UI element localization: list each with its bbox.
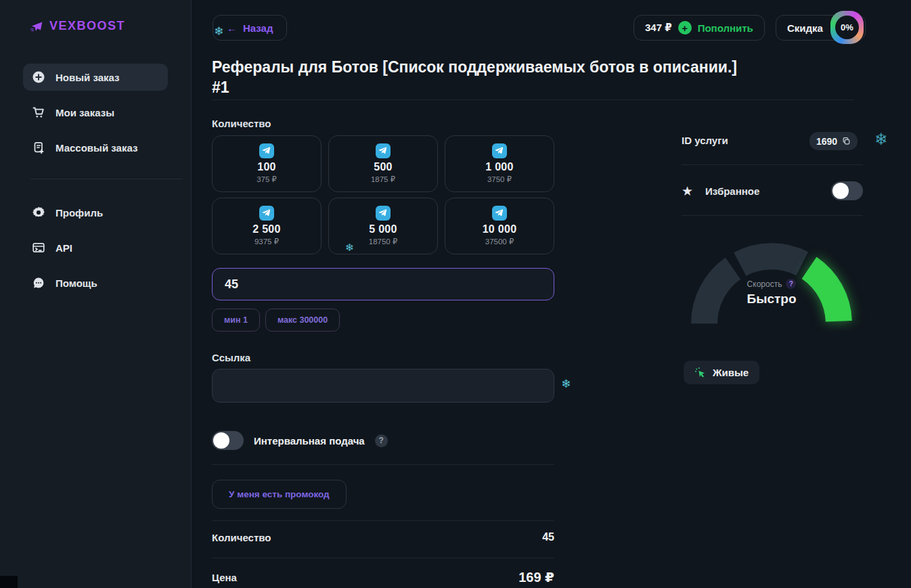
panel-divider bbox=[682, 215, 863, 216]
sidebar-item-label: Помощь bbox=[55, 277, 97, 289]
sidebar-item-help[interactable]: Помощь bbox=[23, 269, 168, 296]
link-section-label: Ссылка bbox=[212, 352, 250, 363]
favorite-label: Избранное bbox=[705, 185, 759, 197]
package-price: 3750 ₽ bbox=[487, 175, 512, 184]
snowflake-icon: ❄ bbox=[214, 26, 223, 37]
quantity-input-wrap bbox=[212, 268, 554, 300]
paper-plane-logo-icon bbox=[30, 20, 43, 33]
snowflake-icon: ❄ bbox=[561, 378, 571, 390]
summary-price-value: 169 ₽ bbox=[518, 569, 554, 585]
sidebar-divider bbox=[30, 179, 183, 179]
back-button[interactable]: ← Назад bbox=[213, 15, 287, 41]
package-price: 1875 ₽ bbox=[371, 175, 395, 184]
sidebar-item-label: Мои заказы bbox=[55, 107, 114, 118]
promo-code-button[interactable]: У меня есть промокод bbox=[212, 480, 347, 509]
service-id-pill[interactable]: 1690 bbox=[809, 132, 858, 150]
live-quality-badge: Живые bbox=[684, 361, 759, 384]
summary-quantity-label: Количество bbox=[212, 532, 271, 543]
sidebar-item-new-order[interactable]: Новый заказ bbox=[23, 64, 168, 91]
summary-quantity-value: 45 bbox=[542, 531, 554, 543]
cart-icon bbox=[32, 106, 45, 119]
sidebar-item-my-orders[interactable]: Мои заказы bbox=[23, 99, 168, 126]
star-icon: ★ bbox=[682, 185, 693, 198]
package-card-100[interactable]: 100 375 ₽ bbox=[212, 135, 321, 192]
speed-label: Скорость bbox=[747, 279, 782, 289]
sidebar-item-api[interactable]: API bbox=[23, 234, 168, 261]
speed-value: Быстро bbox=[704, 292, 839, 307]
copy-icon[interactable] bbox=[842, 137, 851, 145]
speed-readout: Скорость ? Быстро bbox=[704, 279, 839, 307]
interval-help-icon[interactable]: ? bbox=[375, 434, 388, 447]
sidebar-item-label: Массовый заказ bbox=[55, 142, 137, 154]
speed-help-icon[interactable]: ? bbox=[786, 279, 796, 289]
section-divider bbox=[212, 464, 554, 465]
topup-plus-icon: + bbox=[678, 21, 692, 35]
link-input[interactable] bbox=[213, 369, 554, 402]
gear-icon bbox=[32, 206, 45, 219]
telegram-icon bbox=[492, 143, 507, 158]
balance-amount: 347 ₽ bbox=[645, 22, 672, 34]
balance-topup-button[interactable]: 347 ₽ + Пополнить bbox=[634, 15, 765, 41]
telegram-icon bbox=[376, 206, 391, 221]
section-divider bbox=[212, 520, 554, 521]
limits-row: мин 1 макс 300000 bbox=[212, 309, 340, 332]
brand-name: VEXBOOST bbox=[49, 19, 125, 33]
package-qty: 100 bbox=[257, 161, 276, 173]
snowflake-icon: ❄ bbox=[345, 242, 354, 252]
link-input-wrap bbox=[212, 369, 554, 403]
quantity-section-label: Количество bbox=[212, 118, 271, 129]
summary-price-label: Цена bbox=[212, 572, 237, 583]
service-id-value: 1690 bbox=[816, 136, 837, 147]
toggle-knob bbox=[213, 432, 229, 449]
toggle-knob bbox=[832, 183, 849, 199]
panel-divider bbox=[682, 164, 863, 165]
package-price: 375 ₽ bbox=[257, 175, 277, 184]
bulk-order-icon bbox=[32, 141, 45, 154]
min-badge: мин 1 bbox=[212, 309, 260, 332]
corner-widget-fragment bbox=[0, 576, 18, 588]
package-card-2500[interactable]: 2 500 9375 ₽ bbox=[212, 198, 321, 254]
interval-label: Интервальная подача bbox=[254, 435, 365, 447]
plus-circle-icon bbox=[32, 70, 45, 84]
sidebar-item-label: Профиль bbox=[55, 207, 103, 219]
sidebar-item-bulk-order[interactable]: Массовый заказ bbox=[23, 134, 168, 161]
back-arrow-icon: ← bbox=[227, 22, 237, 34]
cursor-click-icon bbox=[694, 367, 707, 379]
package-card-500[interactable]: 500 1875 ₽ bbox=[328, 135, 438, 192]
sidebar-item-label: Новый заказ bbox=[55, 72, 120, 83]
topup-label: Пополнить bbox=[698, 22, 753, 34]
snowflake-icon: ❄ bbox=[874, 131, 888, 148]
package-qty: 500 bbox=[374, 161, 393, 173]
interval-toggle[interactable] bbox=[212, 431, 244, 450]
page-title: Рефералы для Ботов [Список поддерживаемы… bbox=[212, 57, 862, 97]
sidebar-item-profile[interactable]: Профиль bbox=[23, 199, 168, 226]
chat-bubble-icon bbox=[32, 276, 45, 290]
telegram-icon bbox=[259, 143, 274, 158]
package-qty: 2 500 bbox=[252, 223, 281, 235]
discount-value: 0% bbox=[835, 16, 859, 39]
live-badge-label: Живые bbox=[713, 367, 749, 378]
service-id-label: ID услуги bbox=[682, 135, 728, 146]
section-divider bbox=[212, 558, 554, 558]
package-qty: 10 000 bbox=[483, 223, 517, 235]
quantity-input[interactable] bbox=[213, 269, 554, 300]
package-price: 37500 ₽ bbox=[485, 237, 514, 246]
sidebar: VEXBOOST Новый заказ Мои заказы Массовый… bbox=[0, 0, 192, 588]
summary-price-row: Цена 169 ₽ bbox=[212, 569, 554, 585]
telegram-icon bbox=[259, 206, 274, 221]
telegram-icon bbox=[492, 206, 507, 221]
sidebar-item-label: API bbox=[55, 242, 72, 254]
title-divider bbox=[212, 99, 854, 100]
discount-badge: 0% bbox=[830, 11, 864, 44]
package-qty: 5 000 bbox=[369, 223, 397, 235]
telegram-icon bbox=[376, 143, 391, 158]
favorite-toggle[interactable] bbox=[831, 181, 863, 200]
summary-quantity-row: Количество 45 bbox=[212, 531, 554, 543]
back-button-label: Назад bbox=[243, 22, 273, 34]
package-qty: 1 000 bbox=[485, 161, 514, 173]
app-window: VEXBOOST Новый заказ Мои заказы Массовый… bbox=[0, 0, 911, 588]
package-price: 18750 ₽ bbox=[369, 237, 398, 246]
package-card-1000[interactable]: 1 000 3750 ₽ bbox=[445, 135, 554, 192]
package-card-10000[interactable]: 10 000 37500 ₽ bbox=[445, 198, 554, 254]
max-badge: макс 300000 bbox=[265, 309, 340, 332]
